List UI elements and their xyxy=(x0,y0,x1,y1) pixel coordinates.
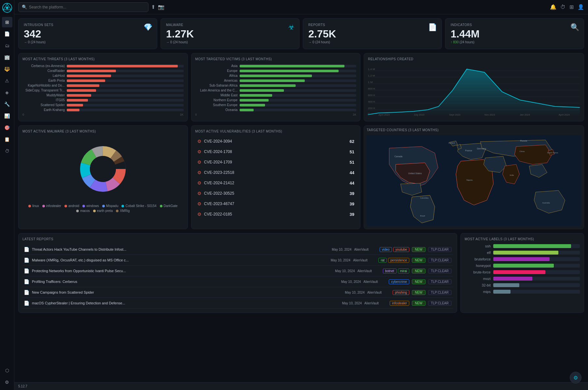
reports-card: LATEST REPORTS 📄 Threat Actors Hack YouT… xyxy=(18,233,457,313)
vuln-icon: ⚙ xyxy=(197,160,202,165)
bar-item: CoralRaider xyxy=(22,69,184,73)
vuln-item[interactable]: ⚙ CVE-2024-21412 44 xyxy=(195,178,357,188)
svg-text:Brazil: Brazil xyxy=(420,215,425,217)
report-row[interactable]: 📄 Threat Actors Hack YouTube Channels to… xyxy=(22,244,453,255)
bar-item: Americas xyxy=(195,79,357,82)
sidebar-item-settings[interactable]: ⚙ xyxy=(2,377,12,387)
sidebar-item-observations[interactable]: ◈ xyxy=(2,87,12,98)
stat-intrusion-sets[interactable]: INTRUSION SETS 342 → 0 (24 hours) 💎 xyxy=(18,18,157,49)
bar-item: Africa xyxy=(195,74,357,77)
svg-text:Nigeria: Nigeria xyxy=(467,179,473,181)
sidebar-item-cases[interactable]: 📋 xyxy=(2,134,12,145)
report-file-icon: 📄 xyxy=(24,290,29,295)
sidebar-item-reports[interactable]: 📄 xyxy=(2,29,12,39)
upload-icon[interactable]: ⬆ xyxy=(151,4,155,10)
stat-reports[interactable]: REPORTS 2.75K → 0 (24 hours) 📄 xyxy=(303,18,442,49)
vuln-item[interactable]: ⚙ CVE-2022-0185 39 xyxy=(195,209,357,219)
svg-point-2 xyxy=(6,7,8,9)
search-box[interactable]: 🔍 xyxy=(18,2,148,12)
bar-item: MuddyWater xyxy=(22,93,184,97)
notifications-icon[interactable]: 🔔 xyxy=(550,4,556,10)
settings-fab[interactable]: ⚙ xyxy=(570,372,581,383)
label-bar-item: mozi xyxy=(465,277,580,281)
svg-text:Germany: Germany xyxy=(477,147,486,150)
vuln-item[interactable]: ⚙ CVE-2023-22518 44 xyxy=(195,168,357,177)
vuln-item[interactable]: ⚙ CVE-2024-1708 51 xyxy=(195,147,357,157)
malware-icon: ☣ xyxy=(288,23,295,32)
svg-text:France: France xyxy=(465,149,472,152)
vuln-icon: ⚙ xyxy=(197,212,202,217)
stat-indicators[interactable]: INDICATORS 1.44M ↑ 830 (24 hours) 🔍 xyxy=(445,18,584,49)
bar-item: Southern Europe xyxy=(195,103,357,107)
relationships-svg: 1.4 M 1.2 M 1 M 800 K 600 K 400 K 200 K … xyxy=(368,64,580,116)
charts-row-2: MOST ACTIVE MALWARE (3 LAST MONTHS) xyxy=(18,125,584,229)
user-icon[interactable]: 👤 xyxy=(578,4,584,10)
sidebar-item-tools[interactable]: 🔧 xyxy=(2,99,12,109)
malware-chart: MOST ACTIVE MALWARE (3 LAST MONTHS) xyxy=(18,125,188,229)
report-row[interactable]: 📄 Protecting Networks from Opportunistic… xyxy=(22,266,453,276)
bar-item: Northern Europe xyxy=(195,98,357,102)
clock-icon[interactable]: ⏱ xyxy=(560,4,566,10)
search-input[interactable] xyxy=(29,5,145,9)
label-bar-item: ssh xyxy=(465,244,580,248)
indicators-icon: 🔍 xyxy=(570,23,579,32)
sidebar-item-targets[interactable]: 🎯 xyxy=(2,122,12,133)
report-row[interactable]: 📄 Profiling Trafficers: Cerberus May 10,… xyxy=(22,276,453,287)
svg-text:July 2023: July 2023 xyxy=(414,113,424,116)
vuln-item[interactable]: ⚙ CVE-2023-46747 39 xyxy=(195,199,357,209)
vulnerabilities-chart: MOST ACTIVE VULNERABILITIES (3 LAST MONT… xyxy=(191,125,361,229)
svg-text:Nov 2023: Nov 2023 xyxy=(484,113,495,116)
labels-bar-list: ssh elf bruteforce honeypot xyxy=(465,244,580,294)
svg-text:1.4 M: 1.4 M xyxy=(368,67,375,71)
svg-text:South Korea: South Korea xyxy=(547,152,558,154)
bar-item: Middle East xyxy=(195,93,357,97)
report-row[interactable]: 📄 New Campaigns from Scattered Spider Ma… xyxy=(22,287,453,298)
bar-item: LabHost xyxy=(22,74,184,77)
bar-item: Cerberus (ex-Amnesia) xyxy=(22,64,184,68)
sidebar-item-layers[interactable]: ⬡ xyxy=(2,365,12,376)
svg-text:Russia: Russia xyxy=(520,140,527,142)
bar-item: KageNoHitobito and Do... xyxy=(22,84,184,87)
report-file-icon: 📄 xyxy=(24,268,29,273)
world-map: United States Canada France Germany Icel… xyxy=(367,135,581,226)
dashboard: INTRUSION SETS 342 → 0 (24 hours) 💎 MALW… xyxy=(14,14,588,382)
svg-text:200 K: 200 K xyxy=(368,106,375,110)
phishing-tag: phishing xyxy=(393,290,409,295)
vuln-item[interactable]: ⚙ CVE-2022-30525 39 xyxy=(195,188,357,198)
svg-text:Jan 2024: Jan 2024 xyxy=(520,113,530,116)
label-bar-item: elf xyxy=(465,251,580,255)
threats-bar-list: Cerberus (ex-Amnesia) CoralRaider LabHos… xyxy=(22,64,184,112)
svg-text:April 2024: April 2024 xyxy=(559,113,570,116)
svg-text:India: India xyxy=(510,174,514,176)
bottom-bar: 5.12.7 xyxy=(14,382,588,390)
report-row[interactable]: 📄 macOS CypherStealer | Ensuring Detecti… xyxy=(22,298,453,309)
label-bar-item: bruteforce xyxy=(465,257,580,261)
bar-item: SideCopy, Transparent Tr... xyxy=(22,89,184,92)
vuln-item[interactable]: ⚙ CVE-2024-1709 51 xyxy=(195,157,357,167)
report-file-icon: 📄 xyxy=(24,300,29,306)
bar-item: Sub-Saharan Africa xyxy=(195,84,357,87)
sidebar-item-events[interactable]: 🗂 xyxy=(2,40,12,51)
sidebar-item-arsenal[interactable]: 🔱 xyxy=(2,64,12,74)
sidebar-item-data[interactable]: 📊 xyxy=(2,111,12,121)
sidebar-item-history[interactable]: ⏱ xyxy=(2,146,12,156)
report-row[interactable]: 📄 Malware (XMRig, OrcusRAT, etc.) disgui… xyxy=(22,255,453,266)
sidebar-item-entities[interactable]: 🏢 xyxy=(2,52,12,63)
svg-text:Colombia: Colombia xyxy=(420,197,429,199)
report-file-icon: 📄 xyxy=(24,279,29,284)
svg-text:Canada: Canada xyxy=(395,155,403,158)
stats-row: INTRUSION SETS 342 → 0 (24 hours) 💎 MALW… xyxy=(18,18,584,49)
bar-item: Earth Krahang xyxy=(22,108,184,112)
app-logo[interactable] xyxy=(2,3,12,13)
pie-legend: linux infostealer android windows Mispad… xyxy=(22,204,184,213)
stat-malware[interactable]: MALWARE 1.27K → 0 (24 hours) ☣ xyxy=(161,18,300,49)
vuln-item[interactable]: ⚙ CVE-2024-3094 62 xyxy=(195,136,357,146)
sidebar-item-dashboard[interactable]: ⊞ xyxy=(2,17,12,27)
search-icon: 🔍 xyxy=(22,5,27,9)
sidebar-item-threats[interactable]: ⚠ xyxy=(2,76,12,86)
vuln-icon: ⚙ xyxy=(197,191,202,196)
svg-text:Iceland: Iceland xyxy=(449,142,455,144)
map-card: TARGETED COUNTRIES (3 LAST MONTHS) xyxy=(364,125,584,229)
apps-icon[interactable]: ⊞ xyxy=(569,4,574,10)
qr-icon[interactable]: 📷 xyxy=(158,4,164,10)
